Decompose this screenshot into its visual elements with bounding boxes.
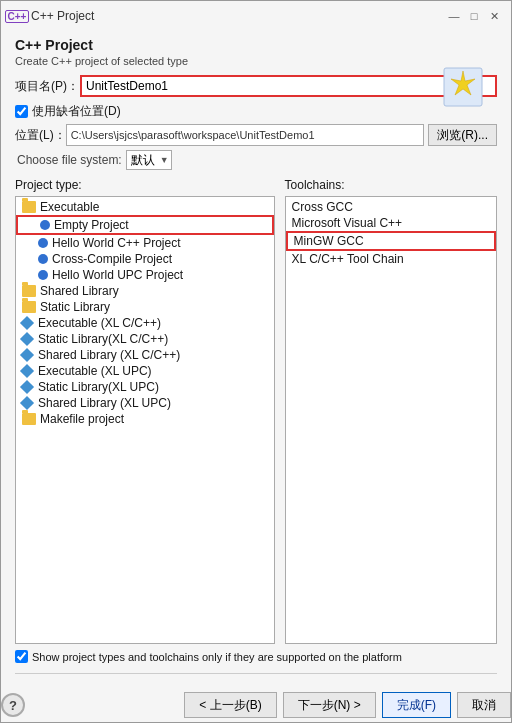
list-item[interactable]: Microsoft Visual C++ [286, 215, 496, 231]
support-checkbox[interactable] [15, 650, 28, 663]
dialog-window: C++ C++ Project — □ ✕ C++ Project Create… [0, 0, 512, 723]
window-icon: C++ [9, 8, 25, 24]
toolchains-column: Toolchains: Cross GCC Microsoft Visual C… [285, 178, 497, 644]
toolchains-header: Toolchains: [285, 178, 497, 192]
close-button[interactable]: ✕ [485, 7, 503, 25]
filesystem-row: Choose file system: 默认 EFS ▼ [15, 150, 497, 170]
list-item[interactable]: Cross-Compile Project [16, 251, 274, 267]
folder-icon [22, 201, 36, 213]
support-checkbox-label[interactable]: Show project types and toolchains only i… [32, 651, 402, 663]
title-bar: C++ C++ Project — □ ✕ [1, 1, 511, 29]
page-title: C++ Project [15, 37, 497, 53]
list-item[interactable]: Shared Library (XL UPC) [16, 395, 274, 411]
list-item[interactable]: Hello World C++ Project [16, 235, 274, 251]
circle-icon [38, 254, 48, 264]
diamond-icon [20, 332, 34, 346]
project-type-column: Project type: Executable Empty Project [15, 178, 275, 644]
button-bar: ? < 上一步(B) 下一步(N) > 完成(F) 取消 [1, 686, 511, 722]
list-item[interactable]: Static Library(XL C/C++) [16, 331, 274, 347]
project-name-label: 项目名(P)： [15, 78, 80, 95]
page-subtitle: Create C++ project of selected type [15, 55, 497, 67]
default-location-checkbox[interactable] [15, 105, 28, 118]
project-type-list[interactable]: Executable Empty Project Hello World C++… [15, 196, 275, 644]
support-checkbox-row: Show project types and toolchains only i… [15, 650, 497, 663]
list-item[interactable]: XL C/C++ Tool Chain [286, 251, 496, 267]
list-item[interactable]: Executable [16, 199, 274, 215]
location-row: 位置(L)： 浏览(R)... [15, 124, 497, 146]
two-column-area: Project type: Executable Empty Project [15, 178, 497, 644]
list-item[interactable]: Executable (XL UPC) [16, 363, 274, 379]
diamond-icon [20, 380, 34, 394]
location-input[interactable] [66, 124, 425, 146]
list-item[interactable]: Shared Library [16, 283, 274, 299]
filesystem-select[interactable]: 默认 EFS [126, 150, 172, 170]
list-item[interactable]: Makefile project [16, 411, 274, 427]
circle-icon [40, 220, 50, 230]
finish-button[interactable]: 完成(F) [382, 692, 451, 718]
location-label: 位置(L)： [15, 127, 66, 144]
minimize-button[interactable]: — [445, 7, 463, 25]
default-location-row: 使用缺省位置(D) [15, 103, 497, 120]
project-type-header: Project type: [15, 178, 275, 192]
project-name-row: 项目名(P)： [15, 75, 497, 97]
list-item[interactable]: MinGW GCC [286, 231, 496, 251]
diamond-icon [20, 396, 34, 410]
browse-button[interactable]: 浏览(R)... [428, 124, 497, 146]
maximize-button[interactable]: □ [465, 7, 483, 25]
list-item[interactable]: Cross GCC [286, 199, 496, 215]
toolchains-list[interactable]: Cross GCC Microsoft Visual C++ MinGW GCC… [285, 196, 497, 644]
list-item[interactable]: Empty Project [16, 215, 274, 235]
filesystem-label: Choose file system: [17, 153, 122, 167]
list-item[interactable]: Static Library [16, 299, 274, 315]
folder-icon [22, 413, 36, 425]
window-controls: — □ ✕ [445, 7, 503, 25]
back-button[interactable]: < 上一步(B) [184, 692, 276, 718]
project-name-input[interactable] [80, 75, 497, 97]
folder-icon [22, 285, 36, 297]
cancel-button[interactable]: 取消 [457, 692, 511, 718]
wizard-icon [443, 67, 483, 107]
help-button[interactable]: ? [1, 693, 25, 717]
folder-icon [22, 301, 36, 313]
list-item[interactable]: Executable (XL C/C++) [16, 315, 274, 331]
main-content: C++ Project Create C++ project of select… [1, 29, 511, 686]
window-title: C++ Project [31, 9, 94, 23]
circle-icon [38, 238, 48, 248]
list-item[interactable]: Shared Library (XL C/C++) [16, 347, 274, 363]
diamond-icon [20, 364, 34, 378]
title-bar-left: C++ C++ Project [9, 8, 94, 24]
filesystem-select-wrapper: 默认 EFS ▼ [126, 150, 172, 170]
diamond-icon [20, 316, 34, 330]
list-item[interactable]: Static Library(XL UPC) [16, 379, 274, 395]
diamond-icon [20, 348, 34, 362]
divider [15, 673, 497, 674]
list-item[interactable]: Hello World UPC Project [16, 267, 274, 283]
next-button[interactable]: 下一步(N) > [283, 692, 376, 718]
default-location-label[interactable]: 使用缺省位置(D) [32, 103, 121, 120]
circle-icon [38, 270, 48, 280]
header-section: C++ Project Create C++ project of select… [15, 37, 497, 67]
